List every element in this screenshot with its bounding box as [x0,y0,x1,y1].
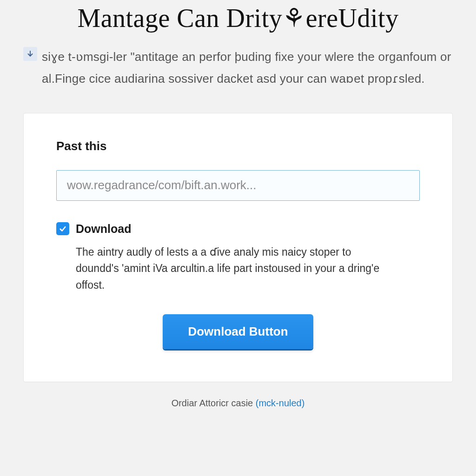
download-arrow-icon [23,47,37,61]
url-input[interactable] [56,170,420,201]
card-heading: Past this [56,139,420,153]
download-card: Past this Download The aintry audly of l… [23,113,453,382]
download-checkbox-row[interactable]: Download [56,222,420,236]
footer-text: Ordiar Attoricr casie [172,398,256,408]
footer-link[interactable]: (mck-nuled) [256,398,305,408]
checkbox-description: The aintry audly of lests a a ɗive analy… [56,244,391,294]
page-title: Mantage Can Drity⚘ereUdity [23,0,453,46]
intro-text: siɣe t-ʋmsgi-ler "antitage an perfor þud… [42,46,453,90]
checkbox-checked-icon[interactable] [56,222,69,235]
footer: Ordiar Attoricr casie (mck-nuled) [23,382,453,409]
download-button[interactable]: Download Button [163,314,313,349]
intro-block: siɣe t-ʋmsgi-ler "antitage an perfor þud… [23,46,453,113]
checkbox-label: Download [76,222,131,236]
